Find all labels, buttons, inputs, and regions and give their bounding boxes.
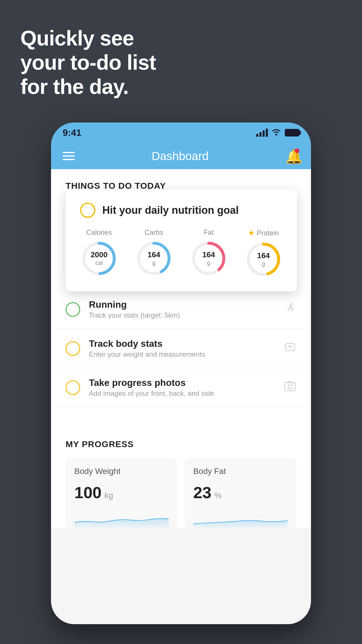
todo-subtitle-body-stats: Enter your weight and measurements	[89, 350, 275, 358]
todo-title-body-stats: Track body stats	[89, 338, 275, 349]
protein-unit: g	[257, 260, 270, 267]
body-weight-sparkline	[74, 508, 169, 528]
calories-donut: 2000 cal	[80, 239, 118, 277]
todo-check-body-stats	[66, 341, 80, 356]
nutrition-calories: Calories 2000 cal	[80, 228, 118, 278]
progress-header: MY PROGRESS	[66, 439, 296, 449]
signal-icon	[256, 129, 268, 137]
body-weight-value: 100	[74, 483, 101, 502]
carbs-value-center: 164 g	[147, 250, 160, 266]
svg-point-5	[293, 384, 294, 385]
carbs-label: Carbs	[145, 228, 163, 237]
card-title-row: Hit your daily nutrition goal	[80, 203, 282, 218]
star-icon: ★	[248, 228, 255, 237]
battery-icon	[285, 129, 299, 136]
body-fat-unit: %	[214, 491, 222, 500]
body-fat-sparkline	[193, 508, 288, 528]
scale-icon	[284, 341, 296, 356]
protein-donut: 164 g	[245, 240, 282, 278]
protein-value-center: 164 g	[257, 251, 270, 267]
todo-text-body-stats: Track body stats Enter your weight and m…	[89, 338, 275, 358]
nutrition-card-title: Hit your daily nutrition goal	[102, 204, 239, 216]
protein-label: Protein	[256, 229, 279, 237]
body-weight-unit: kg	[104, 491, 113, 500]
fat-value: 164	[202, 250, 215, 259]
fat-value-center: 164 g	[202, 250, 215, 266]
protein-label-row: ★ Protein	[248, 228, 279, 237]
calories-label: Calories	[86, 228, 112, 237]
bell-icon: 🔔	[285, 149, 303, 164]
progress-cards: Body Weight 100 kg	[66, 458, 296, 528]
photo-icon	[284, 380, 296, 395]
body-fat-value: 23	[193, 483, 211, 502]
carbs-donut: 164 g	[135, 239, 173, 277]
status-time: 9:41	[63, 127, 81, 138]
todo-item-photos[interactable]: Take progress photos Add images of your …	[51, 368, 311, 407]
nav-bar: Dashboard 🔔	[51, 143, 311, 169]
status-bar: 9:41	[51, 123, 311, 143]
progress-section: MY PROGRESS Body Weight 100 kg	[51, 425, 311, 528]
svg-point-0	[275, 134, 277, 136]
calories-unit: cal	[91, 260, 108, 267]
todo-item-body-stats[interactable]: Track body stats Enter your weight and m…	[51, 329, 311, 368]
body-weight-title: Body Weight	[74, 467, 169, 476]
body-weight-card: Body Weight 100 kg	[66, 458, 178, 528]
protein-value: 164	[257, 251, 270, 260]
nutrition-card: Hit your daily nutrition goal Calories 2…	[66, 190, 297, 291]
nutrition-fat: Fat 164 g	[190, 228, 228, 278]
todo-check-running	[66, 302, 80, 317]
hero-line1: Quickly see	[20, 26, 156, 50]
nav-title: Dashboard	[152, 150, 209, 163]
wifi-icon	[271, 128, 281, 138]
body-fat-title: Body Fat	[193, 467, 288, 476]
nutrition-check	[80, 203, 95, 218]
carbs-unit: g	[147, 260, 160, 267]
hero-line2: your to-do list	[20, 50, 156, 75]
body-weight-value-row: 100 kg	[74, 483, 169, 502]
hero-text: Quickly see your to-do list for the day.	[20, 26, 156, 99]
notification-badge	[295, 148, 299, 153]
hero-line3: for the day.	[20, 75, 156, 99]
body-fat-value-row: 23 %	[193, 483, 288, 502]
calories-value-center: 2000 cal	[91, 250, 108, 266]
todo-subtitle-running: Track your stats (target: 5km)	[89, 311, 275, 319]
menu-button[interactable]	[63, 152, 75, 160]
fat-unit: g	[202, 260, 215, 267]
todo-title-photos: Take progress photos	[89, 377, 275, 388]
svg-point-4	[288, 385, 292, 389]
fat-donut: 164 g	[190, 239, 228, 277]
status-icons	[256, 128, 299, 138]
todo-subtitle-photos: Add images of your front, back, and side	[89, 389, 275, 398]
body-fat-card: Body Fat 23 %	[184, 458, 296, 528]
calories-value: 2000	[91, 250, 108, 259]
nutrition-grid: Calories 2000 cal Carbs	[80, 228, 282, 278]
phone-frame: 9:41 Dashboa	[51, 123, 311, 624]
nutrition-protein: ★ Protein 164 g	[245, 228, 282, 278]
nutrition-carbs: Carbs 164 g	[135, 228, 173, 278]
todo-title-running: Running	[89, 299, 275, 310]
todo-check-photos	[66, 380, 80, 395]
carbs-value: 164	[147, 250, 160, 259]
todo-text-running: Running Track your stats (target: 5km)	[89, 299, 275, 319]
notification-button[interactable]: 🔔	[285, 148, 299, 164]
todo-text-photos: Take progress photos Add images of your …	[89, 377, 275, 398]
fat-label: Fat	[204, 228, 214, 237]
todo-item-running[interactable]: Running Track your stats (target: 5km)	[51, 290, 311, 329]
running-icon	[284, 302, 296, 316]
